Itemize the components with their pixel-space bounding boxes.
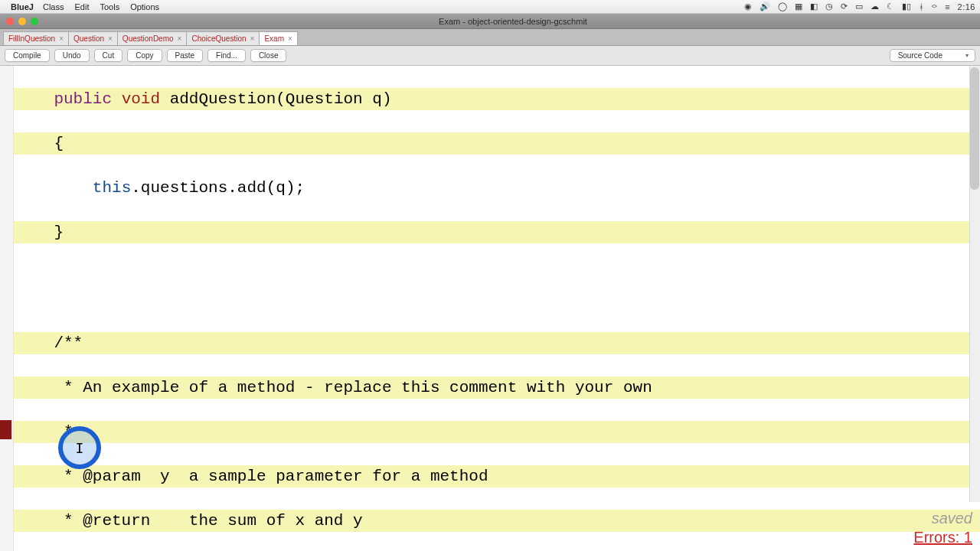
menu-edit[interactable]: Edit bbox=[74, 2, 89, 11]
clock-icon[interactable]: ◷ bbox=[825, 2, 833, 11]
view-mode-dropdown[interactable]: Source Code ▾ bbox=[890, 49, 975, 62]
tab-label: QuestionDemo bbox=[122, 34, 174, 43]
compile-button[interactable]: Compile bbox=[5, 49, 50, 62]
close-button[interactable]: Close bbox=[250, 49, 287, 62]
tab-question[interactable]: Question× bbox=[68, 31, 117, 45]
code-text: .questions.add(q); bbox=[131, 179, 305, 197]
traffic-lights bbox=[6, 18, 38, 25]
code-text: { bbox=[14, 132, 980, 155]
chevron-down-icon: ▾ bbox=[965, 52, 969, 59]
battery-icon[interactable]: ▮▯ bbox=[902, 2, 911, 11]
comment: * An example of a method - replace this … bbox=[14, 377, 980, 399]
vertical-scrollbar[interactable] bbox=[969, 66, 980, 502]
editor-tab-strip: FillInQuestion× Question× QuestionDemo× … bbox=[0, 29, 980, 46]
errors-link[interactable]: Errors: 1 bbox=[913, 529, 972, 546]
menu-class[interactable]: Class bbox=[43, 2, 64, 11]
tab-fillinquestion[interactable]: FillInQuestion× bbox=[3, 31, 68, 45]
cut-button[interactable]: Cut bbox=[94, 49, 123, 62]
undo-button[interactable]: Undo bbox=[54, 49, 90, 62]
comment: * @return the sum of x and y bbox=[14, 510, 980, 532]
paste-button[interactable]: Paste bbox=[167, 49, 204, 62]
record-icon[interactable]: ◉ bbox=[744, 2, 752, 11]
window-title-bar: Exam - object-oriented-design-gcschmit bbox=[0, 14, 980, 29]
close-icon[interactable]: × bbox=[178, 34, 182, 43]
close-window-button[interactable] bbox=[6, 18, 14, 25]
editor-toolbar: Compile Undo Cut Copy Paste Find... Clos… bbox=[0, 46, 980, 66]
close-icon[interactable]: × bbox=[108, 34, 113, 43]
copy-button[interactable]: Copy bbox=[127, 49, 162, 62]
display-icon[interactable]: ▭ bbox=[855, 2, 863, 11]
status-icon[interactable]: ◧ bbox=[810, 2, 818, 11]
window-title: Exam - object-oriented-design-gcschmit bbox=[46, 17, 980, 26]
tab-exam[interactable]: Exam× bbox=[259, 31, 297, 45]
wifi-icon[interactable]: ⌔ bbox=[932, 2, 937, 11]
keyword: void bbox=[122, 90, 160, 108]
keyword: this bbox=[93, 179, 131, 197]
volume-icon[interactable]: 🔊 bbox=[760, 2, 770, 11]
menu-options[interactable]: Options bbox=[130, 2, 159, 11]
code-text bbox=[15, 179, 93, 197]
macos-menu-bar: BlueJ Class Edit Tools Options ◉ 🔊 ◯ ▦ ◧… bbox=[0, 0, 980, 14]
error-marker[interactable] bbox=[0, 420, 11, 439]
sync-icon[interactable]: ◯ bbox=[778, 2, 787, 11]
refresh-icon[interactable]: ⟳ bbox=[841, 2, 848, 11]
editor-gutter bbox=[0, 66, 14, 551]
menu-bar-status-area: ◉ 🔊 ◯ ▦ ◧ ◷ ⟳ ▭ ☁ ☾ ▮▯ ᚼ ⌔ ≡ 2:16 bbox=[744, 2, 975, 11]
dropdown-label: Source Code bbox=[898, 51, 942, 60]
close-icon[interactable]: × bbox=[250, 34, 255, 43]
zoom-window-button[interactable] bbox=[31, 18, 38, 25]
menu-tools[interactable]: Tools bbox=[100, 2, 119, 11]
comment: * @param y a sample parameter for a meth… bbox=[14, 465, 980, 487]
app-menu[interactable]: BlueJ bbox=[11, 2, 34, 11]
comment: * bbox=[14, 421, 980, 443]
comment: /** bbox=[14, 332, 980, 354]
tab-choicequestion[interactable]: ChoiceQuestion× bbox=[186, 31, 259, 45]
chat-icon[interactable]: ☁ bbox=[871, 2, 879, 11]
code-editor[interactable]: public void addQuestion(Question q) { th… bbox=[0, 66, 980, 551]
tab-label: ChoiceQuestion bbox=[191, 34, 246, 43]
code-text: addQuestion(Question q) bbox=[160, 90, 391, 108]
tab-label: FillInQuestion bbox=[8, 34, 55, 43]
cursor-highlight: I bbox=[58, 426, 101, 469]
keyword: public bbox=[15, 90, 122, 108]
status-area: saved Errors: 1 bbox=[913, 505, 972, 551]
find-button[interactable]: Find... bbox=[207, 49, 246, 62]
clock[interactable]: 2:16 bbox=[958, 2, 975, 11]
close-icon[interactable]: × bbox=[288, 34, 292, 43]
tab-questiondemo[interactable]: QuestionDemo× bbox=[117, 31, 187, 45]
moon-icon[interactable]: ☾ bbox=[887, 2, 894, 11]
bluetooth-icon[interactable]: ᚼ bbox=[919, 2, 924, 11]
menu-extra-icon[interactable]: ≡ bbox=[945, 2, 949, 11]
tab-label: Question bbox=[74, 34, 104, 43]
code-area[interactable]: public void addQuestion(Question q) { th… bbox=[14, 66, 980, 551]
grid-icon[interactable]: ▦ bbox=[795, 2, 802, 11]
close-icon[interactable]: × bbox=[59, 34, 64, 43]
text-caret-icon: I bbox=[76, 437, 84, 459]
tab-label: Exam bbox=[264, 34, 284, 43]
minimize-window-button[interactable] bbox=[18, 18, 26, 25]
saved-indicator: saved bbox=[932, 510, 972, 527]
code-text: } bbox=[14, 221, 980, 243]
scrollbar-thumb[interactable] bbox=[970, 67, 979, 190]
